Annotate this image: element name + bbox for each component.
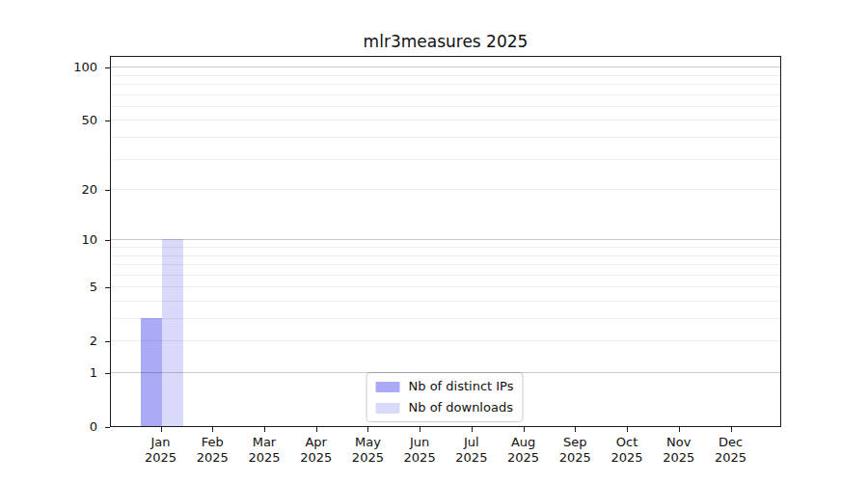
- legend-label: Nb of distinct IPs: [409, 379, 514, 394]
- x-tick-month: Dec: [692, 435, 770, 450]
- x-tick-year: 2025: [692, 450, 770, 466]
- minor-gridline: [111, 159, 780, 160]
- major-gridline: [111, 67, 780, 67]
- y-tick-label: 5: [40, 280, 97, 295]
- minor-gridline: [111, 84, 780, 85]
- x-tick-mark: [679, 427, 680, 432]
- minor-gridline: [111, 286, 780, 287]
- y-tick-label: 2: [40, 334, 97, 349]
- minor-gridline: [111, 301, 780, 302]
- minor-gridline: [111, 106, 780, 107]
- x-tick-mark: [524, 427, 525, 432]
- x-tick-mark: [316, 427, 317, 432]
- y-tick-label: 20: [40, 182, 97, 198]
- y-tick-mark: [105, 427, 110, 428]
- legend-item: Nb of distinct IPs: [376, 379, 514, 394]
- major-gridline: [111, 239, 780, 240]
- y-tick-label: 1: [40, 365, 97, 381]
- figure: mlr3measures 2025 Nb of distinct IPsNb o…: [0, 0, 868, 482]
- legend-label: Nb of downloads: [409, 400, 513, 415]
- minor-gridline: [111, 264, 780, 265]
- y-tick-mark: [105, 240, 110, 241]
- minor-gridline: [111, 137, 780, 138]
- minor-gridline: [111, 318, 780, 319]
- y-tick-label: 0: [40, 419, 97, 435]
- minor-gridline: [111, 275, 780, 276]
- major-gridline: [111, 372, 780, 373]
- x-tick-label-dec: Dec2025: [692, 435, 770, 466]
- y-tick-mark: [105, 120, 110, 121]
- y-tick-mark: [105, 287, 110, 288]
- x-tick-mark: [627, 427, 628, 432]
- y-tick-label: 50: [40, 113, 97, 128]
- y-tick-mark: [105, 67, 110, 68]
- y-tick-label: 10: [40, 232, 97, 248]
- minor-gridline: [111, 340, 780, 341]
- plot-area: [110, 56, 781, 427]
- minor-gridline: [111, 94, 780, 95]
- x-tick-mark: [212, 427, 213, 432]
- minor-gridline: [111, 120, 780, 120]
- chart-title: mlr3measures 2025: [110, 32, 781, 51]
- x-tick-mark: [264, 427, 265, 432]
- legend-swatch: [376, 403, 400, 414]
- x-tick-mark: [420, 427, 420, 432]
- legend-swatch: [376, 382, 400, 392]
- y-tick-mark: [105, 190, 110, 191]
- y-tick-mark: [105, 341, 110, 342]
- minor-gridline: [111, 75, 780, 76]
- bar-nb-of-downloads-jan: [162, 239, 183, 426]
- y-tick-label: 100: [40, 60, 97, 75]
- legend: Nb of distinct IPsNb of downloads: [366, 372, 524, 422]
- x-tick-mark: [161, 427, 162, 432]
- legend-item: Nb of downloads: [376, 400, 514, 415]
- x-tick-mark: [472, 427, 473, 432]
- minor-gridline: [111, 255, 780, 256]
- y-tick-mark: [105, 373, 110, 374]
- minor-gridline: [111, 189, 780, 190]
- minor-gridline: [111, 247, 780, 248]
- x-tick-mark: [367, 427, 368, 432]
- x-tick-mark: [731, 427, 732, 432]
- x-tick-mark: [575, 427, 576, 432]
